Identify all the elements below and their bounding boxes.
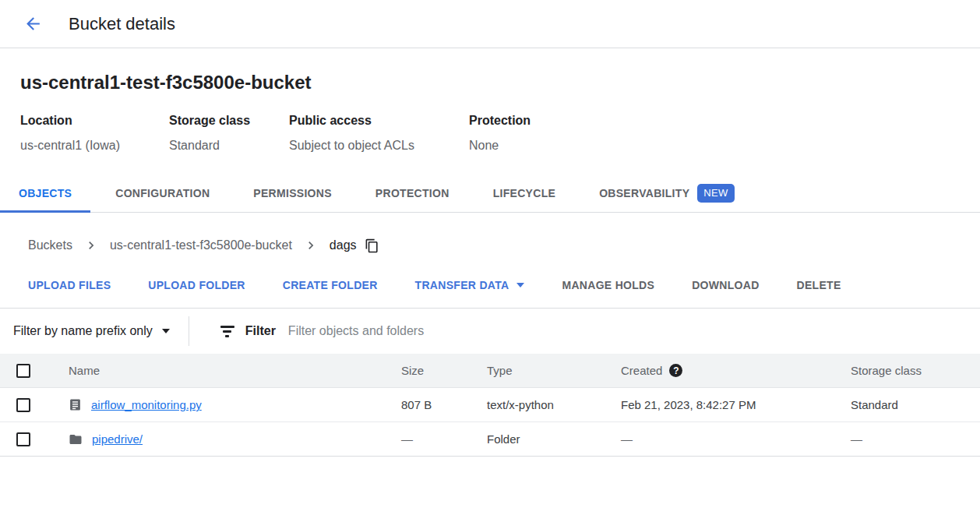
object-storage-class: Standard bbox=[851, 398, 980, 411]
transfer-data-button[interactable]: TRANSFER DATA bbox=[415, 279, 525, 291]
column-header-name: Name bbox=[69, 364, 401, 377]
meta-label: Protection bbox=[469, 114, 531, 128]
filter-icon bbox=[220, 326, 234, 337]
meta-public-access: Public access Subject to object ACLs bbox=[289, 114, 469, 153]
tab-bar: OBJECTS CONFIGURATION PERMISSIONS PROTEC… bbox=[0, 175, 980, 213]
top-app-bar: Bucket details bbox=[0, 0, 980, 48]
chevron-right-icon bbox=[83, 238, 99, 253]
breadcrumb-buckets[interactable]: Buckets bbox=[28, 238, 72, 252]
object-storage-class: — bbox=[851, 432, 980, 446]
meta-storage-class: Storage class Standard bbox=[169, 114, 289, 153]
table-row: pipedrive/ — Folder — — bbox=[0, 422, 980, 457]
manage-holds-button[interactable]: MANAGE HOLDS bbox=[562, 279, 654, 291]
bucket-summary: us-central1-test-f3c5800e-bucket Locatio… bbox=[0, 72, 980, 153]
object-type: text/x-python bbox=[487, 398, 621, 411]
object-created: — bbox=[621, 432, 851, 446]
tab-protection[interactable]: PROTECTION bbox=[357, 175, 468, 212]
meta-protection: Protection None bbox=[469, 114, 531, 153]
object-link[interactable]: airflow_monitoring.py bbox=[91, 398, 202, 411]
object-size: — bbox=[401, 432, 487, 446]
create-folder-button[interactable]: CREATE FOLDER bbox=[283, 279, 378, 291]
meta-label: Storage class bbox=[169, 114, 289, 128]
back-button[interactable] bbox=[17, 9, 48, 40]
meta-location: Location us-central1 (Iowa) bbox=[20, 114, 169, 153]
filter-bar: Filter by name prefix only Filter bbox=[0, 308, 980, 354]
upload-folder-button[interactable]: UPLOAD FOLDER bbox=[148, 279, 245, 291]
delete-button[interactable]: DELETE bbox=[797, 279, 841, 291]
transfer-data-label: TRANSFER DATA bbox=[415, 279, 509, 291]
object-link[interactable]: pipedrive/ bbox=[92, 432, 143, 446]
tab-lifecycle[interactable]: LIFECYCLE bbox=[474, 175, 574, 212]
dropdown-caret-icon bbox=[516, 283, 524, 287]
vertical-divider bbox=[189, 316, 189, 346]
breadcrumb-current-folder: dags bbox=[330, 238, 357, 252]
tab-configuration[interactable]: CONFIGURATION bbox=[97, 175, 228, 212]
table-row: airflow_monitoring.py 807 B text/x-pytho… bbox=[0, 388, 980, 422]
tab-observability[interactable]: OBSERVABILITY NEW bbox=[580, 175, 753, 212]
filter-scope-dropdown[interactable]: Filter by name prefix only bbox=[0, 309, 189, 354]
meta-value: Subject to object ACLs bbox=[289, 139, 469, 153]
download-button[interactable]: DOWNLOAD bbox=[692, 279, 759, 291]
filter-label: Filter bbox=[245, 324, 276, 338]
row-checkbox[interactable] bbox=[16, 398, 30, 412]
meta-value: us-central1 (Iowa) bbox=[20, 139, 169, 153]
file-icon bbox=[69, 398, 82, 411]
breadcrumb: Buckets us-central1-test-f3c5800e-bucket… bbox=[0, 213, 980, 253]
column-header-size: Size bbox=[401, 364, 487, 377]
meta-label: Location bbox=[20, 114, 169, 128]
arrow-back-icon bbox=[23, 14, 43, 34]
row-checkbox-cell bbox=[0, 398, 69, 412]
column-header-created: Created ? bbox=[621, 364, 851, 377]
object-created: Feb 21, 2023, 8:42:27 PM bbox=[621, 398, 851, 411]
object-size: 807 B bbox=[401, 398, 487, 411]
dropdown-caret-icon bbox=[162, 329, 170, 333]
select-all-checkbox[interactable] bbox=[16, 364, 30, 378]
tab-objects[interactable]: OBJECTS bbox=[0, 175, 90, 212]
bucket-name: us-central1-test-f3c5800e-bucket bbox=[20, 72, 960, 93]
object-name-cell: airflow_monitoring.py bbox=[69, 398, 401, 411]
copy-path-button[interactable] bbox=[365, 238, 379, 253]
object-name-cell: pipedrive/ bbox=[69, 432, 401, 446]
filter-input[interactable] bbox=[288, 309, 980, 354]
tab-observability-label: OBSERVABILITY bbox=[599, 187, 689, 199]
chevron-right-icon bbox=[303, 238, 319, 253]
header-checkbox-cell bbox=[0, 364, 69, 378]
column-header-type: Type bbox=[487, 364, 621, 377]
created-label: Created bbox=[621, 364, 662, 377]
upload-files-button[interactable]: UPLOAD FILES bbox=[28, 279, 111, 291]
object-action-bar: UPLOAD FILES UPLOAD FOLDER CREATE FOLDER… bbox=[0, 253, 980, 297]
object-type: Folder bbox=[487, 432, 621, 446]
filter-scope-label: Filter by name prefix only bbox=[13, 324, 153, 338]
breadcrumb-bucket-name[interactable]: us-central1-test-f3c5800e-bucket bbox=[110, 238, 292, 252]
page-title: Bucket details bbox=[69, 14, 175, 34]
copy-icon bbox=[365, 238, 379, 253]
meta-value: None bbox=[469, 139, 531, 153]
row-checkbox-cell bbox=[0, 432, 69, 446]
row-checkbox[interactable] bbox=[16, 432, 30, 446]
folder-icon bbox=[69, 432, 83, 446]
new-badge: NEW bbox=[697, 184, 734, 203]
objects-table: Name Size Type Created ? Storage class a… bbox=[0, 354, 980, 457]
help-icon[interactable]: ? bbox=[669, 364, 682, 377]
meta-label: Public access bbox=[289, 114, 469, 128]
bucket-meta-row: Location us-central1 (Iowa) Storage clas… bbox=[20, 114, 960, 153]
meta-value: Standard bbox=[169, 139, 289, 153]
column-header-storage-class: Storage class bbox=[851, 364, 980, 377]
tab-permissions[interactable]: PERMISSIONS bbox=[234, 175, 351, 212]
table-header-row: Name Size Type Created ? Storage class bbox=[0, 354, 980, 388]
